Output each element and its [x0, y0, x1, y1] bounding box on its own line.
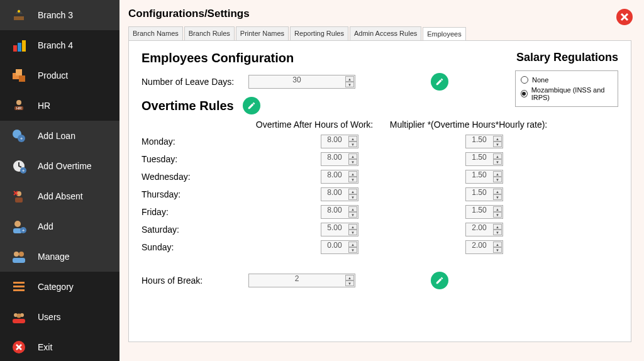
overtime-multiplier-input[interactable]: 1.50▲▼: [465, 187, 503, 201]
salary-options: None Mozambique (INSS and IRPS): [515, 70, 618, 107]
edit-leave-days-button[interactable]: [431, 73, 448, 91]
page-title: Configurations/Settings: [128, 8, 631, 20]
sidebar: Branch 3 Branch 4 Product HR HR + Add Lo…: [0, 0, 119, 361]
spinner-arrows[interactable]: ▲▼: [348, 242, 357, 253]
tab-reporting-rules[interactable]: Reporting Rules: [290, 26, 348, 40]
hr-icon: HR: [11, 98, 26, 113]
overtime-day-row: Sunday:0.00▲▼2.00▲▼: [142, 240, 618, 254]
overtime-multiplier-input[interactable]: 2.00▲▼: [465, 223, 503, 236]
radio-label: None: [532, 76, 548, 84]
overtime-multiplier-input[interactable]: 1.50▲▼: [465, 135, 503, 148]
sidebar-item-label: Manage: [38, 252, 70, 262]
sidebar-item-add-absent[interactable]: Add Absent: [0, 181, 119, 211]
spinner-arrows[interactable]: ▲▼: [348, 153, 357, 165]
spinner-arrows[interactable]: ▲▼: [493, 153, 502, 165]
users-icon: [11, 249, 26, 264]
overtime-day-row: Thursday:8.00▲▼1.50▲▼: [142, 187, 618, 201]
overtime-header-after: Overtime After Hours of Work:: [248, 119, 380, 130]
overtime-hours-input[interactable]: 8.00▲▼: [321, 187, 358, 201]
edit-break-button[interactable]: [431, 272, 448, 289]
spinner-arrows[interactable]: ▲▼: [348, 136, 357, 147]
sidebar-item-label: Add Absent: [38, 191, 83, 201]
edit-overtime-button[interactable]: [243, 97, 260, 114]
sidebar-item-label: Product: [38, 70, 68, 81]
svg-rect-0: [14, 16, 24, 20]
day-label: Wednesday:: [142, 172, 267, 182]
branch-icon: [11, 8, 26, 23]
spinner-arrows[interactable]: ▲▼: [493, 224, 502, 235]
overtime-multiplier-input[interactable]: 1.50▲▼: [465, 152, 503, 166]
salary-option-mozambique[interactable]: Mozambique (INSS and IRPS): [521, 86, 613, 101]
svg-rect-7: [16, 69, 22, 75]
tab-branch-rules[interactable]: Branch Rules: [184, 26, 235, 40]
tabs: Branch Names Branch Rules Printer Names …: [128, 26, 631, 40]
sidebar-item-label: Add Overtime: [38, 161, 92, 171]
break-hours-input[interactable]: 2 ▲▼: [248, 274, 355, 287]
salary-option-none[interactable]: None: [521, 76, 613, 84]
spinner-arrows[interactable]: ▲▼: [493, 171, 502, 182]
svg-rect-27: [13, 286, 25, 287]
svg-rect-2: [13, 45, 17, 52]
radio-label: Mozambique (INSS and IRPS): [531, 86, 613, 101]
day-label: Tuesday:: [142, 154, 267, 164]
spinner-arrows[interactable]: ▲▼: [348, 189, 357, 200]
salary-regulations: Salary Regulations None Mozambique (INSS…: [515, 51, 618, 107]
break-label: Hours of Break:: [142, 275, 248, 286]
tab-employees[interactable]: Employees: [423, 27, 465, 41]
absent-icon: [11, 189, 26, 204]
overtime-multiplier-input[interactable]: 2.00▲▼: [465, 240, 503, 254]
salary-title: Salary Regulations: [515, 51, 618, 64]
spinner-arrows[interactable]: ▲▼: [493, 242, 502, 253]
svg-rect-6: [19, 75, 25, 82]
spinner-arrows[interactable]: ▲▼: [348, 171, 357, 182]
overtime-hours-input[interactable]: 5.00▲▼: [321, 223, 358, 236]
tab-branch-names[interactable]: Branch Names: [128, 26, 183, 40]
overtime-day-row: Wednesday:8.00▲▼1.50▲▼: [142, 170, 618, 184]
sidebar-item-users[interactable]: Users: [0, 302, 119, 332]
svg-text:+: +: [22, 228, 25, 233]
svg-rect-26: [13, 282, 25, 284]
leave-days-label: Number of Leave Days:: [142, 77, 248, 87]
overtime-multiplier-input[interactable]: 1.50▲▼: [465, 205, 503, 219]
clock-icon: +: [11, 158, 26, 174]
tab-printer-names[interactable]: Printer Names: [236, 26, 289, 40]
overtime-multiplier-input[interactable]: 1.50▲▼: [465, 170, 503, 184]
sidebar-item-add[interactable]: + Add: [0, 211, 119, 242]
close-button[interactable]: [616, 9, 633, 25]
sidebar-item-product[interactable]: Product: [0, 60, 119, 91]
sidebar-item-label: Add Loan: [38, 131, 75, 141]
loan-icon: +: [11, 128, 26, 143]
spinner-arrows[interactable]: ▲▼: [493, 206, 502, 218]
spinner-arrows[interactable]: ▲▼: [493, 189, 502, 200]
close-icon: [11, 340, 26, 355]
box-icon: [11, 68, 26, 83]
leave-days-input[interactable]: 30 ▲▼: [248, 75, 355, 89]
spinner-arrows[interactable]: ▲▼: [345, 76, 354, 87]
svg-text:+: +: [22, 168, 25, 174]
sidebar-item-branch3[interactable]: Branch 3: [0, 0, 119, 30]
overtime-day-row: Saturday:5.00▲▼2.00▲▼: [142, 223, 618, 236]
spinner-arrows[interactable]: ▲▼: [348, 224, 357, 235]
sidebar-item-category[interactable]: Category: [0, 272, 119, 302]
overtime-hours-input[interactable]: 8.00▲▼: [321, 152, 358, 166]
spinner-arrows[interactable]: ▲▼: [348, 206, 357, 218]
overtime-hours-input[interactable]: 0.00▲▼: [321, 240, 358, 254]
sidebar-item-branch4[interactable]: Branch 4: [0, 30, 119, 60]
tab-admin-access-rules[interactable]: Admin Access Rules: [350, 26, 421, 40]
overtime-day-row: Monday:8.00▲▼1.50▲▼: [142, 135, 618, 148]
sidebar-item-hr[interactable]: HR HR: [0, 91, 119, 121]
overtime-hours-input[interactable]: 8.00▲▼: [321, 205, 358, 219]
sidebar-item-exit[interactable]: Exit: [0, 332, 119, 361]
spinner-arrows[interactable]: ▲▼: [345, 275, 354, 286]
day-label: Monday:: [142, 136, 267, 147]
spinner-arrows[interactable]: ▲▼: [493, 136, 502, 147]
sidebar-item-label: Add: [38, 221, 53, 231]
day-label: Sunday:: [142, 242, 267, 252]
sidebar-item-manage[interactable]: Manage: [0, 242, 119, 272]
overtime-hours-input[interactable]: 8.00▲▼: [321, 170, 358, 184]
sidebar-item-add-overtime[interactable]: + Add Overtime: [0, 151, 119, 181]
sidebar-item-add-loan[interactable]: + Add Loan: [0, 121, 119, 151]
overtime-hours-input[interactable]: 8.00▲▼: [321, 135, 358, 148]
svg-rect-3: [18, 43, 21, 52]
svg-point-24: [19, 252, 24, 257]
